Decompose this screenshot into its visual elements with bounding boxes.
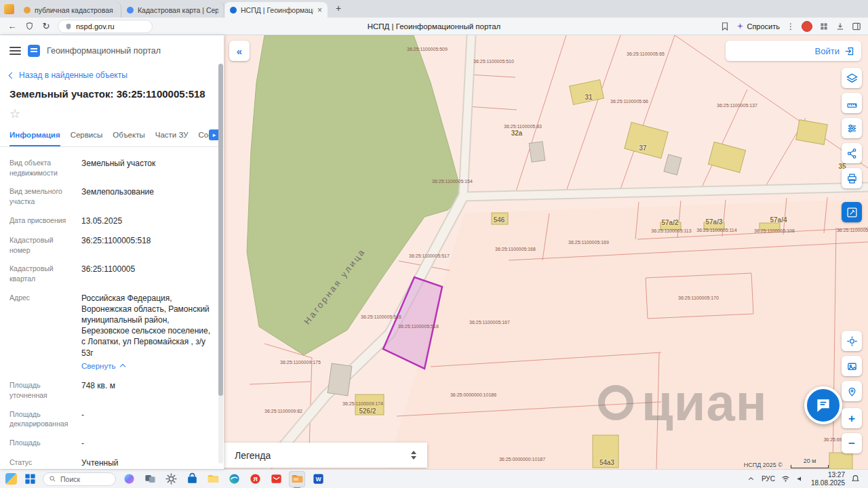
browser-tab[interactable]: публичная кадастровая к (18, 2, 121, 18)
map-attribution: НСПД 2025 © 20 м (744, 458, 829, 468)
login-label: Войти (815, 46, 840, 56)
ruler-icon[interactable] (842, 93, 862, 113)
copilot-icon[interactable] (121, 471, 137, 487)
back-link[interactable]: Назад в найденные объекты (0, 62, 224, 81)
browser-logo-icon[interactable] (4, 4, 14, 14)
volume-icon[interactable] (796, 474, 805, 483)
notifications-icon[interactable] (851, 474, 860, 483)
language-indicator[interactable]: РУС (762, 475, 775, 483)
browser-tab[interactable]: Кадастровая карта | Сер (121, 2, 224, 18)
field-value: Учтенный (81, 458, 213, 468)
extensions-icon[interactable] (819, 22, 829, 31)
yandex-icon[interactable]: Я (247, 471, 263, 487)
edge-icon[interactable] (226, 471, 242, 487)
taskbar-search[interactable]: Поиск (43, 472, 116, 486)
favorite-star-icon[interactable]: ☆ (0, 101, 224, 124)
field-row: СтатусУчтенный (9, 458, 213, 468)
field-label: Кадастровый номер (9, 235, 75, 255)
explorer-icon[interactable] (205, 471, 221, 487)
field-value: 748 кв. м (81, 380, 213, 400)
wifi-icon[interactable] (781, 474, 790, 483)
taskview-icon[interactable] (142, 471, 158, 487)
marker-icon[interactable] (842, 381, 862, 401)
legend-bar[interactable]: Легенда (224, 443, 427, 468)
share-icon[interactable] (842, 143, 862, 163)
field-value: 36:25:1100005 (81, 264, 213, 283)
screenshot-icon[interactable] (842, 356, 862, 376)
window-title: НСПД | Геоинформационный портал (368, 22, 501, 30)
chat-button[interactable] (804, 386, 842, 424)
print-icon[interactable] (842, 168, 862, 188)
sliders-icon[interactable] (842, 118, 862, 138)
object-fields: Вид объекта недвижимостиЗемельный участо… (0, 147, 224, 469)
zoom-in-button[interactable]: + (842, 408, 862, 428)
legend-toggle-icon[interactable] (411, 451, 416, 460)
menu-icon[interactable] (9, 47, 21, 55)
scale-bar: 20 м (791, 458, 829, 468)
taskbar-clock[interactable]: 13:27 18.08.2025 (811, 471, 845, 487)
taskbar-apps: ЯW (121, 471, 326, 487)
store-icon[interactable] (184, 471, 200, 487)
url-text: nspd.gov.ru (76, 22, 115, 30)
browser-tab[interactable]: НСПД | Геоинформаци× (224, 2, 328, 18)
sidebar-tabs: ИнформацияСервисыОбъектыЧасти ЗУСоста ▸ (0, 124, 224, 147)
sidebar-panel-icon[interactable] (852, 22, 861, 31)
address-bar[interactable]: nspd.gov.ru (58, 20, 153, 33)
field-row: Площадь уточненная748 кв. м (9, 380, 213, 400)
profile-avatar[interactable] (802, 21, 812, 32)
portal-logo-icon[interactable] (28, 45, 40, 57)
back-icon[interactable]: ← (7, 22, 18, 30)
ask-button[interactable]: Спросить (736, 22, 780, 30)
field-row: Площадь- (9, 438, 213, 449)
downloads-icon[interactable] (835, 22, 845, 31)
reload-icon[interactable]: ↻ (41, 22, 52, 30)
tab-favicon (230, 7, 237, 14)
login-icon (844, 46, 854, 56)
protect-icon[interactable] (24, 22, 35, 30)
draw-icon[interactable] (842, 202, 862, 222)
field-label: Площадь (9, 438, 75, 449)
login-bar[interactable]: Войти (726, 41, 861, 61)
field-row: АдресРоссийская Федерация, Воронежская о… (9, 293, 213, 372)
page-content: Геоинформационный портал Назад в найденн… (0, 35, 868, 469)
word-icon[interactable]: W (310, 471, 326, 487)
zoom-controls: + − (842, 408, 862, 453)
tab-parts[interactable]: Части ЗУ (155, 131, 189, 146)
start-button[interactable] (22, 471, 38, 487)
tray-chevron-icon[interactable] (747, 474, 755, 483)
chevron-up-icon (120, 364, 125, 369)
mail-icon[interactable] (268, 471, 284, 487)
tab-services[interactable]: Сервисы (71, 131, 103, 146)
collapse-sidebar-button[interactable]: « (229, 41, 250, 61)
locate-icon[interactable] (842, 331, 862, 351)
widgets-icon[interactable] (5, 473, 17, 485)
taskbar: Поиск ЯW РУС 13:27 18.08.2025 (0, 469, 868, 488)
copyright-label: НСПД 2025 © (744, 462, 783, 468)
scrollbar-thumb[interactable] (218, 64, 223, 396)
tab-favicon (127, 7, 134, 14)
bookmark-icon[interactable] (720, 22, 730, 31)
scale-label: 20 м (804, 458, 816, 464)
files-icon[interactable] (289, 471, 305, 487)
settings-icon[interactable] (163, 471, 179, 487)
field-label: Дата присвоения (9, 216, 75, 226)
tab-favicon (24, 7, 31, 14)
scale-line (791, 465, 829, 468)
browser-tabs: публичная кадастровая кКадастровая карта… (18, 0, 328, 18)
tab-info[interactable]: Информация (9, 131, 60, 146)
layers-icon[interactable] (842, 68, 862, 88)
screen: публичная кадастровая кКадастровая карта… (0, 0, 868, 488)
browser-toolbar: ← ↻ nspd.gov.ru НСПД | Геоинформационный… (0, 18, 868, 35)
svg-text:W: W (315, 476, 321, 483)
date-label: 18.08.2025 (811, 479, 845, 487)
collapse-address-link[interactable]: Свернуть (81, 361, 213, 372)
new-tab-button[interactable]: + (332, 1, 345, 15)
cadastral-map-graphic (224, 35, 868, 469)
kebab-menu-icon[interactable]: ⋮ (787, 22, 795, 31)
zoom-out-button[interactable]: − (842, 433, 862, 453)
tab-objects[interactable]: Объекты (113, 131, 144, 146)
map-canvas[interactable]: 36:25:1100005:50936:25:1100005:51036:25:… (224, 35, 868, 469)
sidebar-scrollbar[interactable] (218, 64, 223, 464)
tab-close-icon[interactable]: × (317, 5, 322, 15)
field-value: 13.05.2025 (81, 216, 213, 226)
